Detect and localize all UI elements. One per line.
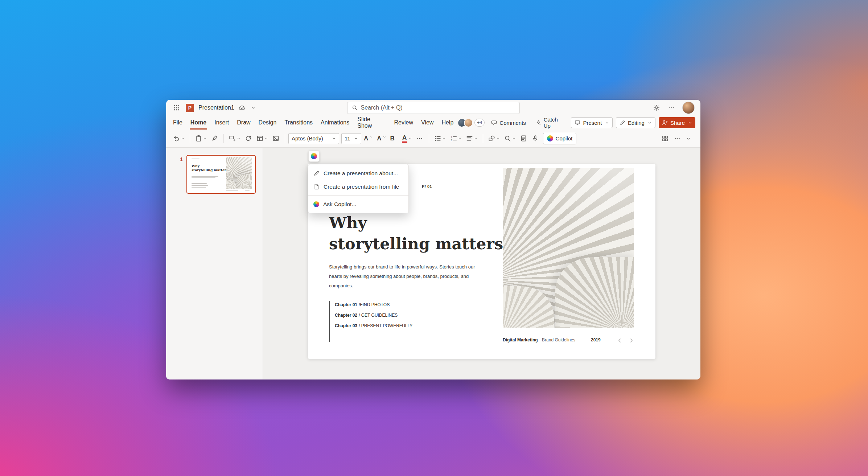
pencil-icon	[313, 170, 320, 176]
tab-slide-show[interactable]: Slide Show	[353, 116, 390, 130]
bullet-list-icon	[434, 135, 441, 142]
font-size-select[interactable]: 11	[341, 133, 361, 144]
previous-page-button[interactable]	[617, 338, 622, 343]
toolbar-separator	[483, 134, 483, 143]
monitor-icon	[575, 120, 580, 126]
editor-button[interactable]	[518, 133, 529, 144]
bold-button[interactable]: B	[388, 133, 399, 144]
slide-body-text[interactable]: Storytelling brings our brand to life in…	[329, 262, 480, 291]
app-launcher-button[interactable]	[172, 103, 181, 112]
next-page-button[interactable]	[629, 338, 634, 343]
title-dropdown-button[interactable]	[250, 104, 257, 111]
menu-item-ask-copilot[interactable]: Ask Copilot...	[308, 197, 408, 211]
slide-footer: Digital Marketing Brand Guidelines 2019	[503, 337, 634, 345]
waffle-icon	[173, 104, 180, 111]
copilot-button[interactable]: Copilot	[543, 133, 577, 144]
grow-font-button[interactable]: A	[362, 133, 374, 144]
file-icon	[313, 184, 320, 190]
numbering-button[interactable]	[448, 133, 464, 144]
collapse-ribbon-button[interactable]	[684, 133, 695, 144]
font-color-swatch: A	[402, 135, 407, 143]
bullets-button[interactable]	[432, 133, 448, 144]
powerpoint-logo[interactable]: P	[186, 104, 194, 112]
picture-button[interactable]	[271, 133, 281, 144]
more-icon	[674, 135, 680, 142]
bold-letter: B	[390, 135, 395, 141]
chevron-down-icon	[648, 121, 652, 125]
menu-item-create-presentation-about[interactable]: Create a presentation about...	[308, 167, 408, 180]
footer-brand[interactable]: Digital Marketing	[503, 337, 538, 342]
search-input[interactable]	[361, 104, 515, 111]
footer-year[interactable]: 2019	[591, 337, 601, 342]
account-avatar[interactable]	[682, 102, 695, 114]
powerpoint-logo-letter: P	[188, 105, 192, 111]
slide-thumbnail-1[interactable]: Why storytelling matters	[186, 155, 256, 194]
copilot-floating-button[interactable]	[308, 151, 320, 162]
tab-review[interactable]: Review	[390, 116, 417, 130]
menu-item-create-presentation-from-file[interactable]: Create a presentation from file	[308, 180, 408, 193]
chevron-down-icon	[686, 136, 691, 141]
tab-draw[interactable]: Draw	[233, 116, 254, 130]
footer-doc-name[interactable]: Brand Guidelines	[542, 337, 575, 342]
tab-help[interactable]: Help	[437, 116, 457, 130]
slide-layout-button[interactable]	[255, 133, 270, 144]
more-font-options-button[interactable]	[415, 133, 425, 144]
more-icon	[416, 135, 423, 142]
chevron-down-icon	[605, 121, 609, 125]
dictate-button[interactable]	[530, 133, 541, 144]
chevron-down-icon	[458, 137, 462, 140]
slide-page-label[interactable]: P/ 01	[422, 184, 432, 189]
copilot-icon	[313, 201, 319, 207]
shapes-icon	[488, 135, 495, 142]
tab-insert[interactable]: Insert	[210, 116, 233, 130]
chapter-list-rule	[329, 301, 330, 342]
chapter-item-2[interactable]: Chapter 02/ GET GUIDELINES	[335, 313, 398, 318]
reset-icon	[245, 135, 252, 142]
undo-button[interactable]	[171, 133, 186, 144]
settings-button[interactable]	[652, 103, 661, 112]
collaborator-avatar-2[interactable]	[464, 118, 473, 127]
document-title[interactable]: Presentation1	[198, 104, 234, 111]
catch-up-button[interactable]: Catch Up	[532, 117, 568, 128]
format-painter-button[interactable]	[209, 133, 220, 144]
chevron-down-icon	[181, 137, 185, 140]
document-icon	[520, 135, 527, 142]
comments-button[interactable]: Comments	[488, 117, 529, 128]
titlebar-more-button[interactable]	[667, 103, 676, 112]
collaborators-extra-badge[interactable]: +4	[474, 119, 485, 127]
new-slide-button[interactable]	[227, 133, 242, 144]
shrink-font-button[interactable]: A	[375, 133, 387, 144]
reset-slide-button[interactable]	[243, 133, 254, 144]
find-button[interactable]	[502, 133, 518, 144]
titlebar: P Presentation1	[166, 100, 700, 116]
tab-home[interactable]: Home	[186, 116, 210, 130]
tab-file[interactable]: File	[169, 116, 186, 130]
designer-button[interactable]	[660, 133, 671, 144]
chapter-item-1[interactable]: Chapter 01/FIND PHOTOS	[335, 302, 390, 307]
font-name-select[interactable]: Aptos (Body)	[288, 133, 339, 144]
tab-view[interactable]: View	[417, 116, 437, 130]
share-button[interactable]: Share	[659, 117, 695, 128]
slide-photo-paper-fans[interactable]	[503, 168, 634, 328]
powerpoint-window: P Presentation1	[166, 100, 700, 379]
thumbnail-title: Why storytelling matters	[192, 164, 228, 173]
shrink-font-letter: A	[377, 135, 381, 141]
chevron-down-icon	[442, 137, 446, 140]
numbered-list-icon	[450, 135, 457, 142]
more-commands-button[interactable]	[672, 133, 683, 144]
tab-animations[interactable]: Animations	[317, 116, 353, 130]
shapes-button[interactable]	[486, 133, 502, 144]
search-icon	[504, 135, 511, 142]
paste-button[interactable]	[193, 133, 209, 144]
brush-icon	[211, 135, 218, 142]
chapter-item-3[interactable]: Chapter 03/ PRESENT POWERFULLY	[335, 323, 412, 328]
tab-design[interactable]: Design	[255, 116, 281, 130]
search-box[interactable]	[347, 102, 520, 114]
slide-title[interactable]: Why storytelling matters	[329, 213, 503, 254]
font-color-button[interactable]: A	[400, 133, 414, 144]
thumbnail-photo	[226, 157, 252, 189]
editing-mode-button[interactable]: Editing	[616, 117, 655, 128]
align-button[interactable]	[464, 133, 480, 144]
tab-transitions[interactable]: Transitions	[280, 116, 317, 130]
present-button[interactable]: Present	[571, 117, 613, 128]
